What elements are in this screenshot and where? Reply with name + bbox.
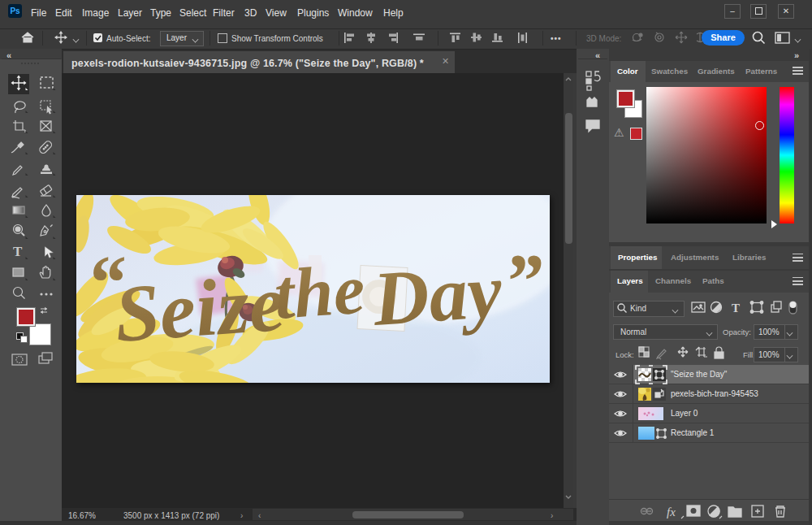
svg-text:T: T [13,244,23,259]
svg-text:T: T [732,302,740,315]
svg-text:fx: fx [667,505,676,518]
